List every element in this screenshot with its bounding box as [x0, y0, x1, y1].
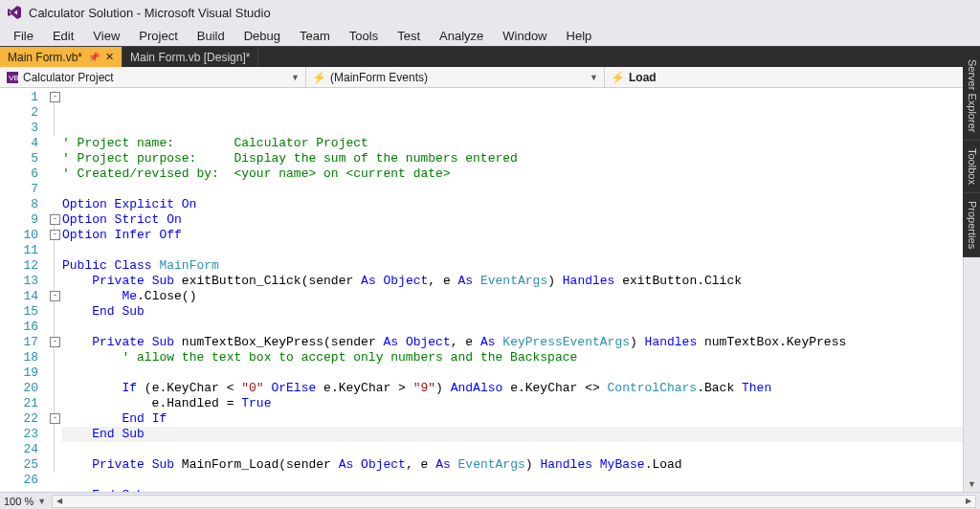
code-line[interactable]	[62, 442, 963, 457]
menu-item-debug[interactable]: Debug	[234, 27, 290, 45]
code-line[interactable]: End Sub	[62, 488, 963, 492]
outline-guide	[54, 350, 62, 365]
code-line[interactable]	[62, 473, 963, 488]
menu-bar: FileEditViewProjectBuildDebugTeamToolsTe…	[0, 25, 980, 46]
line-number: 11	[0, 243, 48, 258]
code-area[interactable]: ' Project name: Calculator Project' Proj…	[62, 88, 963, 492]
outlining-margin[interactable]	[48, 88, 62, 492]
code-line[interactable]: Private Sub exitButton_Click(sender As O…	[62, 274, 963, 289]
menu-item-test[interactable]: Test	[388, 27, 430, 45]
code-line[interactable]: Private Sub MainForm_Load(sender As Obje…	[62, 457, 963, 473]
menu-item-help[interactable]: Help	[557, 27, 602, 45]
outline-guide	[54, 442, 62, 457]
method-dropdown[interactable]: ⚡ Load ▼	[605, 67, 980, 87]
chevron-down-icon: ▼	[291, 73, 300, 82]
outline-guide	[54, 457, 62, 473]
code-line[interactable]: Public Class MainForm	[62, 258, 963, 274]
line-number: 2	[0, 105, 48, 121]
line-number: 19	[0, 365, 48, 381]
outline-guide	[54, 197, 62, 212]
collapse-toggle-icon[interactable]	[54, 90, 62, 105]
code-line[interactable]: ' allow the text box to accept only numb…	[62, 350, 963, 365]
document-tab[interactable]: Main Form.vb [Design]*	[122, 47, 258, 67]
tab-label: Main Form.vb*	[8, 51, 82, 64]
code-line[interactable]: ' Project purpose: Display the sum of th…	[62, 151, 963, 166]
scroll-right-arrow-icon[interactable]: ▶	[962, 496, 975, 507]
code-line[interactable]: If (e.KeyChar < "0" OrElse e.KeyChar > "…	[62, 381, 963, 396]
code-line[interactable]: ' Created/revised by: <your name> on <cu…	[62, 166, 963, 182]
pin-icon[interactable]: 📌	[88, 52, 100, 62]
line-number: 24	[0, 442, 48, 457]
outline-guide	[54, 105, 62, 121]
outline-guide	[54, 365, 62, 381]
lightning-icon: ⚡	[611, 71, 625, 84]
line-number: 10	[0, 228, 48, 243]
line-number: 22	[0, 411, 48, 427]
code-line[interactable]	[62, 243, 963, 258]
menu-item-team[interactable]: Team	[290, 27, 340, 45]
code-line[interactable]: Option Explicit On	[62, 197, 963, 212]
code-line[interactable]	[62, 182, 963, 197]
document-tabs: Main Form.vb*📌✕Main Form.vb [Design]*	[0, 46, 980, 67]
code-line[interactable]: Private Sub numTextBox_KeyPress(sender A…	[62, 335, 963, 350]
svg-text:VB: VB	[9, 74, 18, 82]
line-number: 26	[0, 473, 48, 488]
line-number: 16	[0, 320, 48, 335]
code-line[interactable]: ' Project name: Calculator Project	[62, 136, 963, 151]
navigation-bar: VB Calculator Project ▼ ⚡ (MainForm Even…	[0, 67, 980, 88]
code-line[interactable]	[62, 365, 963, 381]
window-title: Calculator Solution - Microsoft Visual S…	[29, 6, 271, 20]
side-tab-properties[interactable]: Properties	[963, 193, 980, 257]
collapse-toggle-icon[interactable]	[54, 335, 62, 350]
class-dropdown-label: (MainForm Events)	[330, 71, 428, 84]
outline-guide	[54, 427, 62, 442]
chevron-down-icon[interactable]: ▼	[37, 497, 46, 506]
scroll-left-arrow-icon[interactable]: ◀	[53, 496, 66, 507]
menu-item-tools[interactable]: Tools	[340, 27, 388, 45]
line-number: 15	[0, 304, 48, 320]
outline-guide	[54, 274, 62, 289]
close-icon[interactable]: ✕	[105, 51, 114, 63]
menu-item-analyze[interactable]: Analyze	[430, 27, 493, 45]
code-line[interactable]: Option Infer Off	[62, 228, 963, 243]
code-editor[interactable]: 1234567891011121314151617181920212223242…	[0, 88, 963, 492]
line-number: 13	[0, 274, 48, 289]
title-bar: Calculator Solution - Microsoft Visual S…	[0, 0, 980, 25]
zoom-level[interactable]: 100 %	[4, 496, 33, 507]
vb-project-icon: VB	[6, 71, 19, 84]
collapse-toggle-icon[interactable]	[54, 411, 62, 427]
line-number: 3	[0, 121, 48, 136]
horizontal-scrollbar[interactable]: ◀ ▶	[52, 495, 976, 508]
code-line[interactable]: Me.Close()	[62, 289, 963, 304]
chevron-down-icon: ▼	[590, 73, 598, 82]
project-dropdown-label: Calculator Project	[23, 71, 114, 84]
outline-guide	[54, 136, 62, 151]
code-line[interactable]: End Sub	[62, 427, 963, 442]
code-line[interactable]: End Sub	[62, 304, 963, 320]
collapse-toggle-icon[interactable]	[54, 228, 62, 243]
side-tab-toolbox[interactable]: Toolbox	[963, 141, 980, 193]
menu-item-build[interactable]: Build	[188, 27, 234, 45]
line-number-gutter: 1234567891011121314151617181920212223242…	[0, 88, 48, 492]
class-dropdown[interactable]: ⚡ (MainForm Events) ▼	[306, 67, 605, 87]
side-tab-server-explorer[interactable]: Server Explorer	[963, 52, 980, 141]
scroll-down-arrow-icon[interactable]: ▼	[964, 476, 980, 492]
code-line[interactable]: End If	[62, 411, 963, 427]
outline-guide	[54, 304, 62, 320]
collapse-toggle-icon[interactable]	[54, 212, 62, 228]
menu-item-project[interactable]: Project	[129, 27, 187, 45]
code-line[interactable]	[62, 320, 963, 335]
document-tab[interactable]: Main Form.vb*📌✕	[0, 47, 122, 67]
menu-item-edit[interactable]: Edit	[43, 27, 83, 45]
menu-item-window[interactable]: Window	[493, 27, 556, 45]
code-line[interactable]: e.Handled = True	[62, 396, 963, 411]
outline-guide	[54, 320, 62, 335]
outline-guide	[54, 166, 62, 182]
line-number: 23	[0, 427, 48, 442]
code-line[interactable]: Option Strict On	[62, 212, 963, 228]
collapse-toggle-icon[interactable]	[54, 289, 62, 304]
menu-item-file[interactable]: File	[4, 27, 43, 45]
project-dropdown[interactable]: VB Calculator Project ▼	[0, 67, 306, 87]
line-number: 9	[0, 212, 48, 228]
menu-item-view[interactable]: View	[83, 27, 129, 45]
